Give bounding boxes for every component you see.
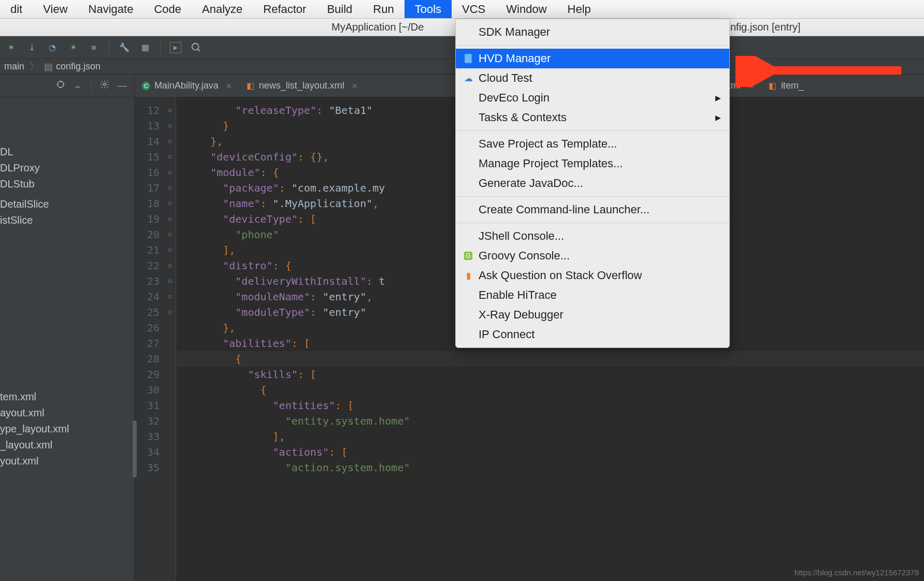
menu-separator xyxy=(456,196,729,197)
fold-column[interactable]: ⊟⊟ ⊟ ⊟ ⊟⊟ ⊟⊟⊟⊟⊟⊟ ⊟⊟ xyxy=(165,97,176,581)
close-icon[interactable]: ✕ xyxy=(349,82,358,90)
menu-item-label: Create Command-line Launcher... xyxy=(479,203,649,216)
menu-separator xyxy=(456,45,729,46)
menu-item-generate-javadoc[interactable]: Generate JavaDoc... xyxy=(456,173,729,193)
tree-item[interactable]: istSlice xyxy=(0,212,134,228)
menu-build[interactable]: Build xyxy=(316,0,363,18)
target-icon[interactable] xyxy=(56,80,65,92)
menu-item-create-command-line-launcher[interactable]: Create Command-line Launcher... xyxy=(456,200,729,220)
chevron-right-icon: 〉 xyxy=(27,61,41,73)
class-icon: C xyxy=(142,82,150,90)
menu-separator xyxy=(456,223,729,223)
split-icon[interactable]: ⫠ xyxy=(74,80,83,91)
menu-refactor[interactable]: Refactor xyxy=(253,0,316,18)
tree-item[interactable]: _layout.xml xyxy=(0,437,134,453)
stop-icon[interactable]: ■ xyxy=(88,42,99,53)
menu-item-manage-project-templates[interactable]: Manage Project Templates... xyxy=(456,154,729,173)
tree-item[interactable]: tem.xml xyxy=(0,389,134,405)
project-sidebar: ⫠ — DLDLProxyDLStubDetailSliceistSlice t… xyxy=(0,75,135,581)
title-right: nfig.json [entry] xyxy=(730,21,801,33)
watermark: https://blog.csdn.net/wy1215672379 xyxy=(795,568,919,577)
beetle-right-icon[interactable]: ✶ xyxy=(67,42,79,53)
menu-item-ip-connect[interactable]: IP Connect xyxy=(456,325,729,344)
scrollbar-thumb[interactable] xyxy=(133,420,137,477)
line-gutter: 1213141516171819202122232425262728293031… xyxy=(135,97,165,581)
tree-item[interactable]: yout.xml xyxy=(0,453,134,469)
update-icon[interactable]: ⤓ xyxy=(26,42,37,53)
sidebar-toolbar: ⫠ — xyxy=(0,75,134,97)
menu-item-save-project-as-template[interactable]: Save Project as Template... xyxy=(456,134,729,154)
tools-dropdown[interactable]: SDK ManagerHVD Manager☁Cloud TestDevEco … xyxy=(455,19,730,348)
menu-item-label: Manage Project Templates... xyxy=(479,157,623,170)
tab-label: MainAbility.java xyxy=(154,80,219,91)
gear-icon[interactable] xyxy=(100,80,109,92)
play-icon[interactable]: ▸ xyxy=(170,42,181,53)
menu-navigate[interactable]: Navigate xyxy=(78,0,144,18)
menu-item-sdk-manager[interactable]: SDK Manager xyxy=(456,22,729,42)
menu-item-label: Ask Question on Stack Overflow xyxy=(479,269,642,282)
mac-menu-bar: ditViewNavigateCodeAnalyzeRefactorBuildR… xyxy=(0,0,924,19)
menu-help[interactable]: Help xyxy=(557,0,601,18)
menu-item-label: Tasks & Contexts xyxy=(479,111,567,124)
menu-item-label: Generate JavaDoc... xyxy=(479,177,583,190)
svg-point-7 xyxy=(104,83,106,86)
menu-run[interactable]: Run xyxy=(363,0,404,18)
beetle-icon[interactable]: ✶ xyxy=(5,42,17,53)
menu-window[interactable]: Window xyxy=(496,0,557,18)
tree-item[interactable]: ype_layout.xml xyxy=(0,421,134,437)
menu-analyze[interactable]: Analyze xyxy=(192,0,253,18)
menu-item-label: HVD Manager xyxy=(479,52,551,65)
menu-item-label: DevEco Login xyxy=(479,91,550,105)
menu-vcs[interactable]: VCS xyxy=(452,0,496,18)
wrench-icon[interactable]: 🔧 xyxy=(119,42,130,53)
xml-icon: ◧ xyxy=(247,82,255,90)
toolbar-sep-2 xyxy=(160,41,161,54)
grid-icon[interactable]: ▦ xyxy=(139,42,151,53)
menu-item-groovy-console[interactable]: GGroovy Console... xyxy=(456,246,729,266)
editor-tab[interactable]: CMainAbility.java✕ xyxy=(135,75,239,97)
menu-item-label: Save Project as Template... xyxy=(479,137,617,151)
breadcrumb-seg[interactable]: config.json xyxy=(56,61,100,72)
breadcrumb-seg[interactable]: main xyxy=(4,61,24,72)
menu-item-hvd-manager[interactable]: HVD Manager xyxy=(456,49,729,68)
menu-item-enable-hitrace[interactable]: Enable HiTrace xyxy=(456,285,729,305)
project-tree-bottom[interactable]: tem.xmlayout.xmlype_layout.xml_layout.xm… xyxy=(0,228,134,469)
groovy-icon: G xyxy=(463,251,473,261)
phone-icon xyxy=(463,53,473,64)
chevron-right-icon: ▶ xyxy=(715,94,721,102)
menu-item-deveco-login[interactable]: DevEco Login▶ xyxy=(456,88,729,108)
cloud-icon: ☁ xyxy=(463,73,473,83)
menu-view[interactable]: View xyxy=(33,0,78,18)
title-left: MyApplication [~/De xyxy=(331,21,424,33)
sep xyxy=(91,81,92,91)
project-tree-top[interactable]: DLDLProxyDLStubDetailSliceistSlice xyxy=(0,97,134,228)
menu-dit[interactable]: dit xyxy=(0,0,33,18)
minimize-icon[interactable]: — xyxy=(118,80,127,91)
red-arrow-annotation xyxy=(735,56,906,89)
menu-item-x-ray-debugger[interactable]: X-Ray Debugger xyxy=(456,305,729,325)
menu-item-label: Groovy Console... xyxy=(479,249,570,263)
tree-item[interactable]: DetailSlice xyxy=(0,196,134,212)
chevron-right-icon: ▶ xyxy=(715,113,721,122)
close-icon[interactable]: ✕ xyxy=(223,82,232,90)
menu-item-tasks-contexts[interactable]: Tasks & Contexts▶ xyxy=(456,108,729,127)
editor-tab[interactable]: ◧news_list_layout.xml✕ xyxy=(239,75,365,97)
tree-item[interactable]: ayout.xml xyxy=(0,405,134,421)
tree-item[interactable]: DL xyxy=(0,144,134,160)
svg-line-1 xyxy=(198,49,200,51)
tree-item[interactable]: DLProxy xyxy=(0,160,134,176)
tree-item[interactable]: DLStub xyxy=(0,176,134,192)
menu-item-label: Enable HiTrace xyxy=(479,288,557,302)
speedometer-icon[interactable]: ◔ xyxy=(47,42,58,53)
tree-item[interactable] xyxy=(0,192,134,196)
menu-item-jshell-console[interactable]: JShell Console... xyxy=(456,226,729,246)
menu-item-ask-question-on-stack-overflow[interactable]: ▮Ask Question on Stack Overflow xyxy=(456,266,729,285)
menu-item-label: IP Connect xyxy=(479,328,535,341)
menu-item-cloud-test[interactable]: ☁Cloud Test xyxy=(456,68,729,88)
svg-rect-8 xyxy=(465,54,472,63)
toolbar-sep xyxy=(109,41,109,54)
file-icon: ▤ xyxy=(44,61,53,72)
search-icon[interactable] xyxy=(191,42,202,53)
menu-tools[interactable]: Tools xyxy=(405,0,452,18)
menu-code[interactable]: Code xyxy=(143,0,192,18)
